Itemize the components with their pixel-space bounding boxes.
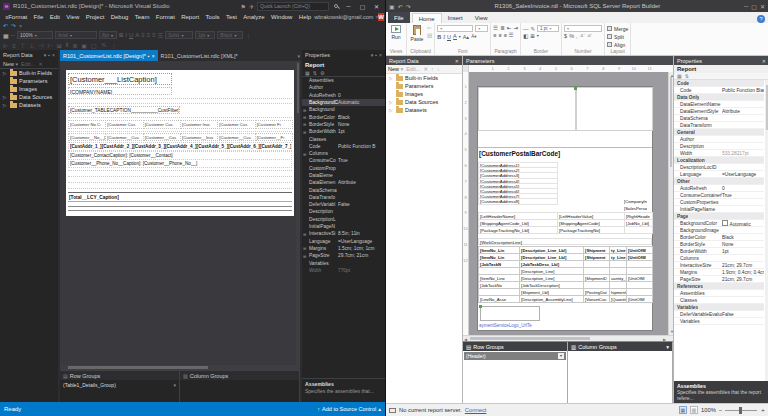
property-row[interactable]: CustomProperties xyxy=(674,199,764,206)
property-row[interactable]: Author xyxy=(302,84,385,91)
pin-icon[interactable]: ▪ xyxy=(48,52,50,58)
table-data-cell[interactable]: [Customer__Fi xyxy=(255,133,293,141)
field-cell[interactable]: [PackageTrackingNo_Lbl] xyxy=(478,226,558,234)
property-row[interactable]: Width 770pt xyxy=(302,267,385,274)
table-data-cell[interactable]: [Customer__Cus xyxy=(217,133,255,141)
border-width-select[interactable]: 1 pt xyxy=(537,25,559,32)
font-color-icon[interactable]: A xyxy=(453,33,457,40)
tree-item[interactable]: ▷ Data Sources xyxy=(386,98,462,106)
property-row[interactable]: InitialPageName xyxy=(674,206,764,213)
property-row[interactable]: Assemblies xyxy=(674,290,764,297)
property-row[interactable]: Other xyxy=(674,178,764,185)
property-row[interactable]: DescriptionLocID xyxy=(674,164,764,171)
table-cell[interactable]: [Description_AssemblyLine] xyxy=(519,295,584,303)
properties-header[interactable]: Properties ▾ ▪ × xyxy=(302,50,385,60)
property-row[interactable]: PageSize 21cm; 29.7cm xyxy=(674,276,764,283)
property-row[interactable]: DataTransform xyxy=(674,122,764,129)
textbox-postal-barcode[interactable]: [CustomerPostalBarCode] xyxy=(479,150,560,157)
borders-icon[interactable]: ⊞ xyxy=(530,33,535,39)
property-row[interactable]: Assemblies xyxy=(302,77,385,84)
property-row[interactable]: Background xyxy=(302,106,385,113)
italic-icon[interactable]: I xyxy=(125,32,127,38)
table-data-cell[interactable]: [Customer__No__] xyxy=(68,133,106,141)
align-center-icon[interactable]: ≡ xyxy=(498,32,501,38)
scroll-down-icon[interactable]: ▼ xyxy=(670,329,673,334)
property-row[interactable]: BorderStyle None xyxy=(674,241,764,248)
alphabetical-icon[interactable]: ⇅ xyxy=(313,70,317,76)
paste-button[interactable]: Paste xyxy=(409,24,425,42)
property-row[interactable]: InteractiveSi 8.5in; 11in xyxy=(302,230,385,237)
shrink-font-icon[interactable]: A▾ xyxy=(471,34,476,40)
textbox-list-caption[interactable]: [Customer___ListCaption] xyxy=(68,73,172,85)
menu-item[interactable]: Format xyxy=(153,14,178,20)
indent-decrease-icon[interactable]: ⇤ xyxy=(507,25,512,31)
misc-tool-icon[interactable]: ％ xyxy=(101,41,107,50)
property-row[interactable]: AutoRefresh 0 xyxy=(674,185,764,192)
property-row[interactable]: Margins 1.9cm; 0.4cm; 0.4cm; 1cm xyxy=(674,269,764,276)
menu-item[interactable]: View xyxy=(63,14,82,20)
cut-icon[interactable]: ✂ xyxy=(427,25,432,31)
property-row[interactable]: DataElementStyle Attribute xyxy=(674,108,764,115)
chevron-down-icon[interactable]: ▾ xyxy=(44,52,47,58)
underline-icon[interactable]: U xyxy=(447,34,451,40)
property-row[interactable]: AutoRefresh 0 xyxy=(302,92,385,99)
table-header-cell[interactable]: [Customer Cus xyxy=(143,120,181,129)
textbox-total-row[interactable]: [Total__LCY_Caption] xyxy=(68,192,292,202)
property-row[interactable]: Margins 1.5cm; 1cm; 1cm xyxy=(302,245,385,252)
tree-item[interactable]: Images xyxy=(0,85,58,93)
categorized-icon[interactable]: ▦ xyxy=(677,73,682,79)
undo-icon[interactable]: ↶ xyxy=(398,3,403,10)
italic-icon[interactable]: I xyxy=(443,34,445,40)
toolbar-overflow-icon[interactable]: ▾ xyxy=(19,22,22,29)
maximize-button[interactable]: ▢ xyxy=(357,3,368,10)
table-cell[interactable]: [UnitOfM xyxy=(626,295,653,303)
currency-icon[interactable]: $ xyxy=(564,33,567,39)
table-cell[interactable]: [VariantCoc xyxy=(583,295,610,303)
new-button[interactable]: New ▾ xyxy=(3,61,18,67)
expand-caret-icon[interactable]: ▷ xyxy=(3,71,8,76)
scroll-right-icon[interactable]: ▶ xyxy=(663,337,666,342)
tree-item[interactable]: Parameters xyxy=(386,82,462,90)
payment-service-logo-link[interactable]: aymentServiceLogo_UrlTe xyxy=(479,323,532,328)
property-row[interactable]: Description xyxy=(674,143,764,150)
table-header-cell[interactable]: [Customer No C: xyxy=(68,120,106,129)
same-width-icon[interactable]: ⊣ xyxy=(38,42,43,49)
pin-icon[interactable]: ▪ xyxy=(375,52,377,58)
property-row[interactable]: Variables xyxy=(674,304,764,311)
chevron-down-icon[interactable]: ▾ xyxy=(173,382,176,388)
property-row[interactable]: ConsumeContainerW True xyxy=(674,192,764,199)
document-tab[interactable]: R101_CustomerList.rdlc [Design]* ▪ × xyxy=(60,50,158,61)
property-row[interactable]: BorderWidth 1pt xyxy=(302,128,385,135)
connect-link[interactable]: Connect xyxy=(465,407,487,413)
report-page[interactable]: [Customer___ListCaption] [COMPANYNAME] [… xyxy=(66,70,294,216)
property-row[interactable]: DataSchema xyxy=(302,186,385,193)
undo-icon[interactable]: ↶ xyxy=(3,22,8,29)
close-button[interactable]: ✕ xyxy=(371,3,382,10)
toolbar-overflow-icon[interactable]: ⋮ xyxy=(111,42,117,49)
copy-icon[interactable]: ▤ xyxy=(427,32,432,38)
property-row[interactable]: Classes xyxy=(674,297,764,304)
font-size-select[interactable]: 8pt xyxy=(99,31,117,39)
scroll-up-icon[interactable]: ▲ xyxy=(670,73,673,78)
chevron-down-icon[interactable]: ▾ xyxy=(537,33,539,39)
tree-item[interactable]: ▷ Built-in Fields xyxy=(0,69,58,77)
textbox-phone-row[interactable]: [Customer__Phone_No__Caption]: [Customer… xyxy=(68,159,292,168)
align-centers-icon[interactable]: ≡ xyxy=(12,43,16,49)
property-row[interactable]: InitialPageN xyxy=(302,223,385,230)
align-tops-icon[interactable]: ⊤ xyxy=(20,42,25,49)
menu-item[interactable]: Analyze xyxy=(240,14,268,20)
ribbon-tab[interactable]: File xyxy=(388,12,410,23)
property-row[interactable]: Language =UserLanguage xyxy=(674,171,764,178)
quick-launch-input[interactable]: Quick Launch (Ctrl+Q) xyxy=(257,2,329,11)
property-row[interactable]: BorderColor Black xyxy=(302,113,385,120)
layout-button[interactable]: Merge xyxy=(607,25,628,32)
edit-button[interactable]: Edit... xyxy=(21,61,35,67)
design-view-button[interactable]: ▦ xyxy=(679,406,687,414)
edit-button[interactable]: Edit... xyxy=(406,66,420,72)
report-data-header[interactable]: Report Data ✕ xyxy=(386,56,462,65)
textbox-address[interactable]: [CustomerAddress8] xyxy=(478,198,558,204)
header-cell-left[interactable] xyxy=(478,87,576,131)
property-row[interactable]: Classes xyxy=(302,135,385,142)
property-row[interactable]: Code xyxy=(674,80,764,87)
scroll-left-icon[interactable]: ◀ xyxy=(464,337,467,342)
